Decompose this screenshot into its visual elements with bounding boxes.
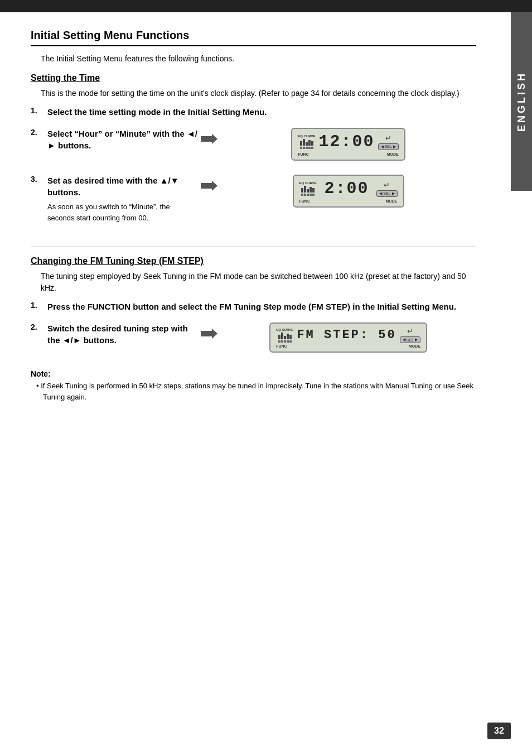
section-divider [31,247,476,247]
setting-time-title: Setting the Time [31,73,476,83]
step-2-text: 2. Select “Hour” or “Minute” with the ◄/… [31,128,198,161]
step-2-number: 2. [31,128,41,137]
fm-step-1-label: Press the FUNCTION button and select the… [47,302,456,311]
sel-btn-s3: ◀SEL▶ [376,190,397,197]
step-2-container: 2. Select “Hour” or “Minute” with the ◄/… [31,128,476,161]
mode-label-s2: MODE [387,152,399,156]
fm-step-2-label: Switch the desired tuning step with the … [47,324,188,345]
side-tab-label: ENGLISH [516,71,528,132]
func-label-s2: FUNC [298,152,308,156]
lcd-fm-text: FM STEP: 50 [297,328,396,342]
step-3-display: EQ CURVE [220,175,476,208]
step-3-text: 3. Set as desired time with the ▲/▼ butt… [31,175,198,233]
note-title: Note: [31,369,476,378]
lcd-display-step3: EQ CURVE [293,175,404,208]
step-3-arrow [198,175,220,191]
fm-step-2-display: EQ CURVE [220,322,476,353]
lcd-display-fm: EQ CURVE [269,322,427,353]
main-section-title: Initial Setting Menu Functions [31,29,476,46]
setting-time-body: This is the mode for setting the time on… [41,88,476,99]
lcd-display-step2: EQ CURVE [291,128,405,161]
func-label-fm: FUNC [276,344,287,348]
mode-label-fm: MODE [409,344,420,348]
svg-marker-1 [201,181,217,191]
svg-marker-2 [201,329,217,339]
return-icon-s2: ↵ [385,134,391,142]
english-side-tab: ENGLISH [511,12,532,191]
step-1: 1. Select the time setting mode in the I… [31,106,476,118]
svg-marker-0 [201,134,217,144]
fm-step-title: Changing the FM Tuning Step (FM STEP) [31,256,476,266]
top-bar [0,0,532,12]
fm-step-2-text: 2. Switch the desired tuning step with t… [31,322,198,356]
step-2-display: EQ CURVE [220,128,476,161]
fm-step-1-number: 1. [31,301,41,310]
return-icon-fm: ↵ [407,327,413,335]
fm-step-body: The tuning step employed by Seek Tuning … [41,271,476,294]
eq-label-s2: EQ CURVE [298,134,315,138]
func-label-s3: FUNC [299,199,310,203]
fm-step-1: 1. Press the FUNCTION button and select … [31,301,476,312]
main-section-intro: The Initial Setting Menu features the fo… [41,54,476,63]
mode-label-s3: MODE [386,199,398,203]
sel-btn-s2: ◀SEL▶ [378,143,399,150]
main-content: Initial Setting Menu Functions The Initi… [0,12,532,436]
fm-step-2-container: 2. Switch the desired tuning step with t… [31,322,476,356]
page-number: 32 [487,723,511,739]
step-3-subtext: As soon as you switch to “Minute”, the s… [47,201,198,223]
step-3-label: Set as desired time with the ▲/▼ buttons… [47,176,179,197]
step-1-label: Select the time setting mode in the Init… [47,107,267,117]
fm-step-2-arrow [198,322,220,339]
lcd-time-s3: 2:00 [320,179,374,198]
return-icon-s3: ↵ [384,181,390,189]
step-2-label: Select “Hour” or “Minute” with the ◄/► b… [47,129,197,150]
fm-step-2-number: 2. [31,322,41,331]
lcd-time-s2: 12:00 [318,132,374,151]
step-1-number: 1. [31,106,41,115]
note-section: Note: If Seek Tuning is performed in 50 … [31,369,476,402]
step-3-number: 3. [31,175,41,184]
sel-btn-fm: ◀SEL▶ [400,336,420,343]
step-3-container: 3. Set as desired time with the ▲/▼ butt… [31,175,476,233]
note-item-1: If Seek Tuning is performed in 50 kHz st… [36,381,476,402]
step-2-arrow [198,128,220,145]
